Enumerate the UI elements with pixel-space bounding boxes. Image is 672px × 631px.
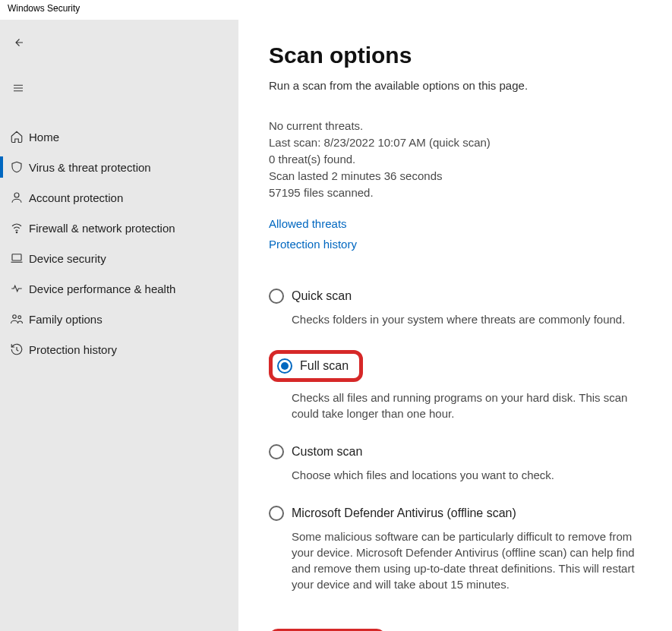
status-duration: Scan lasted 2 minutes 36 seconds — [269, 168, 642, 184]
sidebar: Home Virus & threat protection Account p… — [0, 20, 238, 631]
page-subtitle: Run a scan from the available options on… — [269, 79, 642, 92]
svg-point-4 — [18, 316, 21, 319]
sidebar-item-virus-threat[interactable]: Virus & threat protection — [0, 152, 238, 182]
option-desc: Checks folders in your system where thre… — [292, 311, 642, 327]
option-quick-scan[interactable]: Quick scan Checks folders in your system… — [269, 289, 642, 327]
radio-quick-scan[interactable] — [269, 289, 284, 304]
highlight-full-scan: Full scan — [269, 350, 363, 382]
sidebar-item-label: Family options — [29, 313, 103, 326]
option-desc: Choose which files and locations you wan… — [292, 467, 642, 483]
wifi-icon — [10, 221, 24, 235]
option-label: Quick scan — [292, 289, 352, 303]
sidebar-item-label: Firewall & network protection — [29, 222, 175, 235]
sidebar-item-label: Device security — [29, 252, 106, 265]
sidebar-item-account[interactable]: Account protection — [0, 182, 238, 213]
status-files-scanned: 57195 files scanned. — [269, 185, 642, 200]
history-icon — [10, 342, 24, 356]
option-full-scan[interactable]: Full scan Checks all files and running p… — [269, 350, 642, 421]
sidebar-item-label: Device performance & health — [29, 282, 175, 295]
sidebar-item-firewall[interactable]: Firewall & network protection — [0, 213, 238, 243]
option-desc: Checks all files and running programs on… — [292, 390, 642, 421]
sidebar-item-label: Protection history — [29, 343, 117, 356]
home-icon — [10, 130, 24, 144]
svg-point-0 — [14, 193, 19, 197]
svg-rect-2 — [12, 254, 21, 260]
radio-custom-scan[interactable] — [269, 444, 284, 459]
status-no-threats: No current threats. — [269, 118, 642, 134]
shield-icon — [10, 160, 24, 174]
back-button[interactable] — [3, 27, 33, 58]
option-label: Microsoft Defender Antivirus (offline sc… — [292, 506, 516, 520]
link-protection-history[interactable]: Protection history — [269, 238, 642, 251]
option-desc: Some malicious software can be particula… — [292, 528, 642, 592]
option-offline-scan[interactable]: Microsoft Defender Antivirus (offline sc… — [269, 506, 642, 592]
main-content: Scan options Run a scan from the availab… — [238, 20, 672, 631]
heartbeat-icon — [10, 282, 24, 295]
sidebar-item-home[interactable]: Home — [0, 121, 238, 152]
option-custom-scan[interactable]: Custom scan Choose which files and locat… — [269, 444, 642, 483]
status-block: No current threats. Last scan: 8/23/2022… — [269, 118, 642, 200]
sidebar-item-label: Virus & threat protection — [29, 161, 151, 174]
people-icon — [10, 312, 24, 326]
link-allowed-threats[interactable]: Allowed threats — [269, 217, 642, 230]
sidebar-item-device-security[interactable]: Device security — [0, 243, 238, 273]
radio-offline-scan[interactable] — [269, 506, 284, 521]
radio-full-scan[interactable] — [277, 358, 292, 374]
option-label: Full scan — [300, 359, 349, 373]
status-last-scan: Last scan: 8/23/2022 10:07 AM (quick sca… — [269, 134, 642, 150]
person-icon — [10, 191, 24, 204]
sidebar-item-performance[interactable]: Device performance & health — [0, 273, 238, 304]
status-threats-found: 0 threat(s) found. — [269, 151, 642, 167]
arrow-left-icon — [11, 36, 25, 49]
sidebar-item-family[interactable]: Family options — [0, 304, 238, 334]
option-label: Custom scan — [292, 445, 362, 459]
sidebar-item-history[interactable]: Protection history — [0, 334, 238, 364]
page-title: Scan options — [269, 43, 642, 68]
laptop-icon — [10, 251, 24, 265]
hamburger-icon — [11, 81, 25, 95]
svg-point-1 — [16, 232, 17, 233]
sidebar-item-label: Home — [29, 131, 59, 144]
svg-point-3 — [13, 315, 17, 319]
window-title: Windows Security — [0, 0, 672, 20]
menu-button[interactable] — [3, 73, 33, 103]
sidebar-item-label: Account protection — [29, 191, 123, 204]
